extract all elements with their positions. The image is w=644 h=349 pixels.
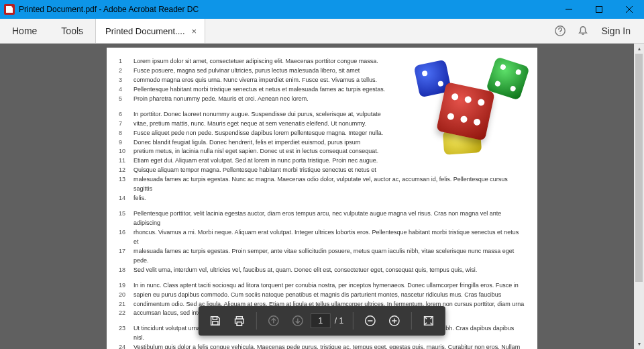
text-line: 4Pellentesque habitant morbi tristique s… xyxy=(119,85,525,95)
page-area: 1Lorem ipsum dolor sit amet, consectetue… xyxy=(107,44,537,349)
line-number: 24 xyxy=(119,343,133,349)
vertical-scrollbar[interactable]: ▴ ▾ xyxy=(634,44,644,349)
line-number: 23 xyxy=(119,324,133,343)
text-line: 18Sed velit urna, interdum vel, ultricie… xyxy=(119,266,525,275)
text-line: 9Donec blandit feugiat ligula. Donec hen… xyxy=(119,138,525,148)
line-number: 7 xyxy=(119,119,133,129)
window-minimize-button[interactable] xyxy=(553,0,584,19)
minimize-icon xyxy=(566,6,572,13)
text-line: 2Fusce posuere, magna sed pulvinar ultri… xyxy=(119,66,525,76)
line-text: In in nunc. Class aptent taciti sociosqu… xyxy=(133,281,525,291)
page-number-input[interactable] xyxy=(311,313,331,328)
line-number: 12 xyxy=(119,166,133,175)
text-line: 24Vestibulum quis dolor a felis congue v… xyxy=(119,343,525,349)
line-number: 19 xyxy=(119,281,133,291)
text-line: 7vitae, pretium mattis, nunc. Mauris ege… xyxy=(119,119,525,129)
zoom-out-button[interactable] xyxy=(359,309,382,332)
line-number: 9 xyxy=(119,138,133,148)
line-text: malesuada fames ac turpis egestas. Nunc … xyxy=(133,175,525,194)
document-tab[interactable]: Printed Document.... × xyxy=(95,19,205,43)
help-button[interactable] xyxy=(549,19,572,43)
text-line: 20sapien eu purus dapibus commodo. Cum s… xyxy=(119,291,525,300)
line-number: 10 xyxy=(119,147,133,156)
toolbar-separator xyxy=(411,312,412,330)
maximize-icon xyxy=(596,6,602,13)
viewer-gutter-right xyxy=(537,44,644,349)
close-icon xyxy=(626,6,633,13)
tools-link[interactable]: Tools xyxy=(49,19,95,43)
window-maximize-button[interactable] xyxy=(584,0,614,19)
help-icon xyxy=(554,25,566,37)
page-toolbar: / 1 xyxy=(199,306,445,336)
text-line: 6In porttitor. Donec laoreet nonummy aug… xyxy=(119,110,525,119)
document-tab-label: Printed Document.... xyxy=(105,26,185,36)
line-text: Donec blandit feugiat ligula. Donec hend… xyxy=(133,138,525,148)
app-toolbar: Home Tools Printed Document.... × Sign I… xyxy=(0,19,644,44)
text-line: 12Quisque aliquam tempor magna. Pellente… xyxy=(119,166,525,175)
line-number: 16 xyxy=(119,228,133,247)
line-number: 11 xyxy=(119,156,133,166)
line-number: 6 xyxy=(119,110,133,119)
zoom-in-button[interactable] xyxy=(383,309,406,332)
line-text: Fusce aliquet pede non pede. Suspendisse… xyxy=(133,129,525,138)
text-line: 5Proin pharetra nonummy pede. Mauris et … xyxy=(119,95,525,104)
text-line: 8Fusce aliquet pede non pede. Suspendiss… xyxy=(119,129,525,138)
document-page: 1Lorem ipsum dolor sit amet, consectetue… xyxy=(107,48,537,349)
line-text: pretium metus, in lacinia nulla nisl ege… xyxy=(133,147,525,156)
line-number: 22 xyxy=(119,309,133,318)
line-text: Lorem ipsum dolor sit amet, consectetuer… xyxy=(133,57,525,66)
line-number: 5 xyxy=(119,95,133,104)
scroll-down-button[interactable]: ▾ xyxy=(634,339,644,349)
fit-page-button[interactable] xyxy=(417,309,440,332)
save-button[interactable] xyxy=(204,309,227,332)
window-close-button[interactable] xyxy=(614,0,644,19)
line-text: Pellentesque habitant morbi tristique se… xyxy=(133,85,525,95)
arrow-up-icon xyxy=(268,315,280,327)
line-text: Pellentesque porttitor, velit lacinia eg… xyxy=(133,209,525,228)
line-number: 21 xyxy=(119,300,133,309)
line-text: Proin pharetra nonummy pede. Mauris et o… xyxy=(133,95,525,104)
svg-rect-7 xyxy=(213,321,218,325)
text-line: 14felis. xyxy=(119,194,525,203)
next-page-button[interactable] xyxy=(286,309,309,332)
zoom-in-icon xyxy=(388,315,400,327)
svg-rect-1 xyxy=(596,7,602,13)
home-link[interactable]: Home xyxy=(0,19,49,43)
document-viewer: 1Lorem ipsum dolor sit amet, consectetue… xyxy=(0,44,644,349)
line-text: felis. xyxy=(133,194,525,203)
text-line: 1Lorem ipsum dolor sit amet, consectetue… xyxy=(119,57,525,66)
line-number: 1 xyxy=(119,57,133,66)
line-number: 13 xyxy=(119,175,133,194)
fit-page-icon xyxy=(423,315,435,327)
page-total-label: / 1 xyxy=(332,316,347,326)
line-number: 2 xyxy=(119,66,133,76)
scroll-up-button[interactable]: ▴ xyxy=(634,44,644,54)
print-button[interactable] xyxy=(228,309,251,332)
text-line: 17malesuada fames ac turpis egestas. Pro… xyxy=(119,247,525,266)
toolbar-separator xyxy=(353,312,354,330)
window-titlebar: Printed Document.pdf - Adobe Acrobat Rea… xyxy=(0,0,644,19)
line-text: commodo magna eros quis urna. Nunc viver… xyxy=(133,76,525,85)
scroll-thumb[interactable] xyxy=(635,54,643,282)
arrow-down-icon xyxy=(292,315,304,327)
sign-in-link[interactable]: Sign In xyxy=(594,19,644,43)
line-text: sapien eu purus dapibus commodo. Cum soc… xyxy=(133,291,525,300)
line-number: 20 xyxy=(119,291,133,300)
line-text: Etiam eget dui. Aliquam erat volutpat. S… xyxy=(133,156,525,166)
prev-page-button[interactable] xyxy=(262,309,285,332)
text-line: 10pretium metus, in lacinia nulla nisl e… xyxy=(119,147,525,156)
line-text: Fusce posuere, magna sed pulvinar ultric… xyxy=(133,66,525,76)
app-icon xyxy=(4,4,15,15)
text-line: 11Etiam eget dui. Aliquam erat volutpat.… xyxy=(119,156,525,166)
tab-close-button[interactable]: × xyxy=(192,26,197,36)
line-text: malesuada fames ac turpis egestas. Proin… xyxy=(133,247,525,266)
document-text: 1Lorem ipsum dolor sit amet, consectetue… xyxy=(119,57,525,349)
notifications-button[interactable] xyxy=(572,19,594,43)
text-line: 13malesuada fames ac turpis egestas. Nun… xyxy=(119,175,525,194)
viewer-gutter-left xyxy=(0,44,107,349)
line-text: vitae, pretium mattis, nunc. Mauris eget… xyxy=(133,119,525,129)
bell-icon xyxy=(577,25,589,37)
text-line: 16rhoncus. Vivamus a mi. Morbi neque. Al… xyxy=(119,228,525,247)
line-number: 15 xyxy=(119,209,133,228)
line-number: 3 xyxy=(119,76,133,85)
